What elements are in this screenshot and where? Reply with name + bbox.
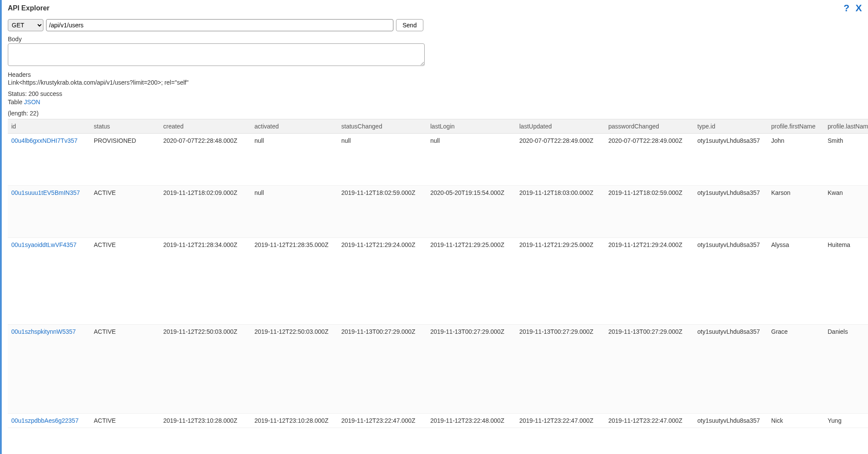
table-cell[interactable]: 00u4lb6gxxNDHI7Tv357: [8, 133, 90, 185]
table-cell: ACTIVE: [90, 324, 160, 413]
table-header-row: idstatuscreatedactivatedstatusChangedlas…: [8, 119, 868, 133]
table-cell: 2019-11-12T23:10:28.000Z: [160, 413, 251, 428]
table-cell: 2019-11-12T21:29:25.000Z: [516, 237, 605, 324]
table-cell: 2019-11-13T00:27:29.000Z: [427, 324, 516, 413]
table-cell: 2019-11-12T22:50:03.000Z: [251, 324, 338, 413]
url-input[interactable]: [46, 19, 393, 31]
column-header[interactable]: profile.firstName: [768, 119, 824, 133]
column-header[interactable]: status: [90, 119, 160, 133]
table-row: 00u1syaoiddtLwVF4357ACTIVE2019-11-12T21:…: [8, 237, 868, 324]
user-id-link[interactable]: 00u1szhspkitynnW5357: [11, 328, 76, 335]
column-header[interactable]: lastLogin: [427, 119, 516, 133]
user-id-link[interactable]: 00u1syaoiddtLwVF4357: [11, 241, 76, 248]
table-cell: 2019-11-12T23:22:47.000Z: [605, 413, 694, 428]
table-cell: 2020-07-07T22:28:48.000Z: [160, 133, 251, 185]
close-icon[interactable]: X: [855, 3, 862, 14]
table-cell: Yung: [824, 413, 868, 428]
help-icon[interactable]: ?: [844, 3, 849, 14]
user-id-link[interactable]: 00u1szpdbbAes6g22357: [11, 417, 79, 424]
table-row: 00u1szhspkitynnW5357ACTIVE2019-11-12T22:…: [8, 324, 868, 413]
column-header[interactable]: created: [160, 119, 251, 133]
column-header[interactable]: activated: [251, 119, 338, 133]
column-header[interactable]: lastUpdated: [516, 119, 605, 133]
table-row: 00u4lb6gxxNDHI7Tv357PROVISIONED2020-07-0…: [8, 133, 868, 185]
table-cell: Karson: [768, 185, 824, 237]
table-cell: 2019-11-12T21:28:35.000Z: [251, 237, 338, 324]
table-cell: 2019-11-13T00:27:29.000Z: [516, 324, 605, 413]
table-cell: null: [427, 133, 516, 185]
table-cell: oty1suutyvLhdu8sa357: [694, 133, 768, 185]
status-line: Status: 200 success: [8, 90, 862, 98]
table-cell[interactable]: 00u1szpdbbAes6g22357: [8, 413, 90, 428]
table-cell: 2019-11-13T00:27:29.000Z: [605, 324, 694, 413]
table-cell: 2019-11-12T18:02:59.000Z: [605, 185, 694, 237]
table-view-label: Table: [8, 99, 22, 105]
table-cell[interactable]: 00u1suuu1tEV5BmIN357: [8, 185, 90, 237]
table-cell: Kwan: [824, 185, 868, 237]
table-cell: 2019-11-12T21:28:34.000Z: [160, 237, 251, 324]
body-input[interactable]: [8, 43, 425, 66]
table-cell: 2019-11-12T22:50:03.000Z: [160, 324, 251, 413]
table-cell: 2019-11-13T00:27:29.000Z: [338, 324, 427, 413]
table-cell: 2019-11-12T18:02:59.000Z: [338, 185, 427, 237]
headers-label: Headers: [8, 71, 862, 79]
table-cell: Smith: [824, 133, 868, 185]
table-cell: 2020-05-20T19:15:54.000Z: [427, 185, 516, 237]
table-cell: 2019-11-12T23:22:48.000Z: [427, 413, 516, 428]
table-cell: ACTIVE: [90, 413, 160, 428]
body-label: Body: [8, 36, 862, 43]
table-cell: 2020-07-07T22:28:49.000Z: [605, 133, 694, 185]
table-cell: Grace: [768, 324, 824, 413]
table-body: 00u4lb6gxxNDHI7Tv357PROVISIONED2020-07-0…: [8, 133, 868, 428]
table-row: 00u1suuu1tEV5BmIN357ACTIVE2019-11-12T18:…: [8, 185, 868, 237]
table-cell[interactable]: 00u1syaoiddtLwVF4357: [8, 237, 90, 324]
http-method-select[interactable]: GETPOSTPUTDELETEPATCH: [8, 19, 43, 31]
table-cell: null: [251, 185, 338, 237]
column-header[interactable]: type.id: [694, 119, 768, 133]
link-header-value: Link<https://krustykrab.okta.com/api/v1/…: [8, 79, 862, 86]
table-cell: ACTIVE: [90, 237, 160, 324]
table-cell: John: [768, 133, 824, 185]
table-cell: 2019-11-12T23:22:47.000Z: [338, 413, 427, 428]
column-header[interactable]: statusChanged: [338, 119, 427, 133]
user-id-link[interactable]: 00u1suuu1tEV5BmIN357: [11, 189, 80, 196]
column-header[interactable]: passwordChanged: [605, 119, 694, 133]
table-cell: 2019-11-12T18:03:00.000Z: [516, 185, 605, 237]
table-cell: ACTIVE: [90, 185, 160, 237]
result-length: (length: 22): [8, 109, 862, 117]
table-cell: null: [338, 133, 427, 185]
table-cell: Nick: [768, 413, 824, 428]
table-cell: 2019-11-12T23:22:47.000Z: [516, 413, 605, 428]
user-id-link[interactable]: 00u4lb6gxxNDHI7Tv357: [11, 137, 78, 144]
table-cell: 2019-11-12T18:02:09.000Z: [160, 185, 251, 237]
column-header[interactable]: profile.lastName: [824, 119, 868, 133]
table-cell: oty1suutyvLhdu8sa357: [694, 185, 768, 237]
table-cell: 2019-11-12T23:10:28.000Z: [251, 413, 338, 428]
table-cell: oty1suutyvLhdu8sa357: [694, 413, 768, 428]
table-cell: Huitema: [824, 237, 868, 324]
table-cell: oty1suutyvLhdu8sa357: [694, 237, 768, 324]
table-row: 00u1szpdbbAes6g22357ACTIVE2019-11-12T23:…: [8, 413, 868, 428]
table-cell: Alyssa: [768, 237, 824, 324]
table-cell: 2019-11-12T21:29:25.000Z: [427, 237, 516, 324]
table-cell: 2019-11-12T21:29:24.000Z: [605, 237, 694, 324]
table-cell: oty1suutyvLhdu8sa357: [694, 324, 768, 413]
table-cell: null: [251, 133, 338, 185]
column-header[interactable]: id: [8, 119, 90, 133]
send-button[interactable]: Send: [396, 19, 423, 31]
table-cell: PROVISIONED: [90, 133, 160, 185]
page-title: API Explorer: [8, 4, 50, 12]
table-cell: 2020-07-07T22:28:49.000Z: [516, 133, 605, 185]
table-cell[interactable]: 00u1szhspkitynnW5357: [8, 324, 90, 413]
results-table: idstatuscreatedactivatedstatusChangedlas…: [8, 119, 868, 428]
table-cell: 2019-11-12T21:29:24.000Z: [338, 237, 427, 324]
json-view-link[interactable]: JSON: [24, 99, 40, 105]
table-cell: Daniels: [824, 324, 868, 413]
